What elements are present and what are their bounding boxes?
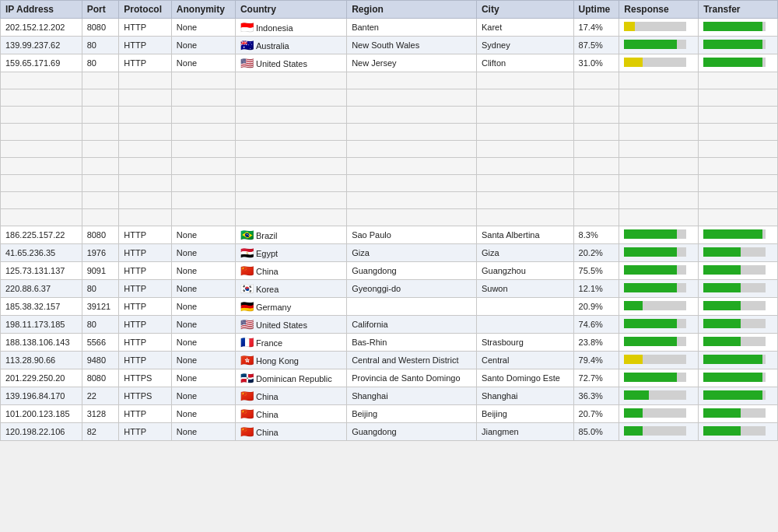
cell-transfer	[699, 37, 778, 54]
country-name: Hong Kong	[256, 356, 299, 366]
empty-cell	[82, 158, 119, 175]
cell-city: Karet	[476, 19, 573, 37]
cell-city: Clifton	[476, 54, 573, 72]
country-name: United States	[256, 320, 307, 330]
cell-region: New South Wales	[347, 37, 477, 54]
empty-cell	[119, 124, 172, 141]
response-bar-fill	[624, 426, 643, 436]
cell-region: Shanghai	[347, 387, 477, 405]
response-bar-fill	[624, 22, 635, 31]
empty-cell	[171, 209, 235, 226]
cell-response	[619, 369, 699, 387]
cell-region: Beijing	[347, 405, 477, 423]
empty-cell	[235, 175, 346, 192]
empty-cell	[235, 158, 346, 175]
cell-protocol: HTTP	[119, 226, 172, 244]
table-row: 185.38.32.15739121HTTPNone🇩🇪Germany20.9%	[1, 298, 778, 316]
table-row	[1, 192, 778, 209]
empty-cell	[82, 89, 119, 107]
cell-ip: 101.200.123.185	[1, 405, 82, 423]
cell-region: Bas-Rhin	[347, 334, 477, 352]
cell-port: 8080	[82, 19, 119, 37]
cell-uptime: 31.0%	[573, 54, 619, 72]
empty-cell	[171, 89, 235, 107]
cell-response	[619, 262, 699, 280]
table-row: 101.200.123.1853128HTTPNone🇨🇳ChinaBeijin…	[1, 405, 778, 423]
response-bar-bg	[624, 40, 686, 49]
transfer-bar-fill	[703, 319, 741, 328]
empty-cell	[699, 124, 778, 141]
empty-cell	[476, 124, 573, 141]
country-flag: 🇫🇷	[240, 336, 254, 348]
transfer-bar-bg	[703, 390, 766, 400]
transfer-bar-fill	[703, 426, 741, 436]
cell-anonymity: None	[171, 405, 235, 423]
empty-cell	[1, 107, 82, 124]
cell-transfer	[699, 369, 778, 387]
response-bar-bg	[624, 319, 686, 328]
empty-cell	[347, 72, 477, 89]
country-name: France	[256, 338, 282, 348]
empty-cell	[347, 158, 477, 175]
cell-anonymity: None	[171, 298, 235, 316]
empty-cell	[476, 141, 573, 158]
transfer-bar-fill	[703, 337, 741, 346]
empty-cell	[1, 192, 82, 209]
cell-anonymity: None	[171, 352, 235, 369]
table-row: 41.65.236.351976HTTPNone🇪🇬EgyptGizaGiza2…	[1, 244, 778, 262]
cell-anonymity: None	[171, 19, 235, 37]
country-name: Egypt	[256, 249, 278, 258]
cell-protocol: HTTP	[119, 19, 172, 37]
cell-transfer	[699, 405, 778, 423]
country-name: China	[256, 392, 279, 401]
cell-city: Central	[476, 352, 573, 369]
empty-cell	[619, 107, 699, 124]
empty-cell	[82, 124, 119, 141]
table-row: 125.73.131.1379091HTTPNone🇨🇳ChinaGuangdo…	[1, 262, 778, 280]
cell-region: New Jersey	[347, 54, 477, 72]
empty-cell	[171, 72, 235, 89]
table-row	[1, 158, 778, 175]
header-city: City	[476, 1, 573, 19]
cell-country: 🇩🇴Dominican Republic	[235, 369, 346, 387]
empty-cell	[619, 141, 699, 158]
header-response: Response	[619, 1, 699, 19]
empty-cell	[699, 158, 778, 175]
cell-anonymity: None	[171, 334, 235, 352]
cell-port: 8080	[82, 226, 119, 244]
empty-cell	[619, 209, 699, 226]
cell-response	[619, 298, 699, 316]
cell-country: 🇧🇷Brazil	[235, 226, 346, 244]
cell-transfer	[699, 244, 778, 262]
header-region: Region	[347, 1, 477, 19]
cell-port: 80	[82, 280, 119, 298]
cell-uptime: 20.9%	[573, 298, 619, 316]
cell-port: 39121	[82, 298, 119, 316]
cell-city: Giza	[476, 244, 573, 262]
cell-protocol: HTTP	[119, 280, 172, 298]
cell-anonymity: None	[171, 423, 235, 441]
empty-cell	[82, 175, 119, 192]
cell-port: 9480	[82, 352, 119, 369]
transfer-bar-bg	[703, 265, 766, 275]
cell-ip: 188.138.106.143	[1, 334, 82, 352]
cell-city: Jiangmen	[476, 423, 573, 441]
cell-uptime: 72.7%	[573, 369, 619, 387]
transfer-bar-fill	[703, 408, 741, 418]
transfer-bar-bg	[703, 40, 766, 49]
country-name: Indonesia	[256, 23, 293, 33]
cell-region: Giza	[347, 244, 477, 262]
cell-protocol: HTTP	[119, 244, 172, 262]
cell-response	[619, 54, 699, 72]
cell-anonymity: None	[171, 369, 235, 387]
cell-country: 🇨🇳China	[235, 262, 346, 280]
country-flag: 🇨🇳	[240, 264, 254, 277]
cell-protocol: HTTPS	[119, 369, 172, 387]
country-name: Brazil	[256, 231, 278, 240]
cell-ip: 220.88.6.37	[1, 280, 82, 298]
cell-ip: 41.65.236.35	[1, 244, 82, 262]
table-row: 198.11.173.18580HTTPNone🇺🇸United StatesC…	[1, 316, 778, 334]
transfer-bar-bg	[703, 301, 766, 310]
cell-transfer	[699, 352, 778, 369]
transfer-bar-bg	[703, 22, 766, 31]
